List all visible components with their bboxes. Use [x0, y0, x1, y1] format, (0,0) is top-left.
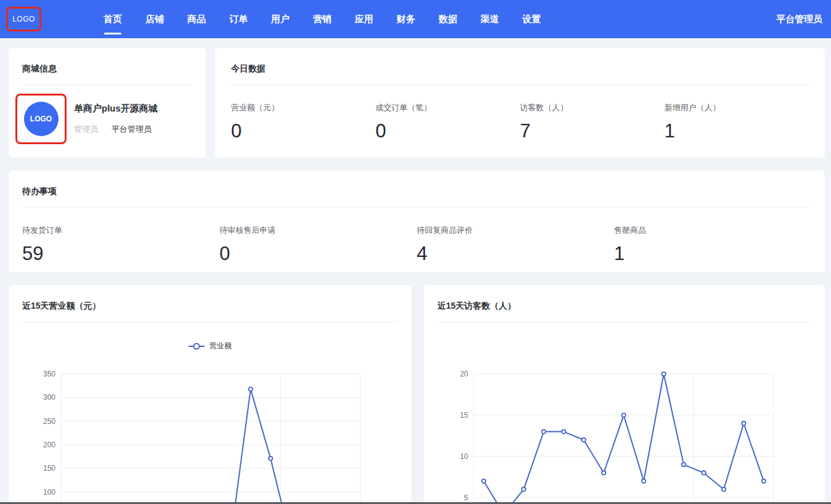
stat-label: 待发货订单: [22, 225, 219, 236]
visitors-line-chart: 20151050: [424, 359, 825, 504]
stat-new-users: 新增用户（人） 1: [665, 102, 809, 142]
revenue-chart-card: 近15天营业额（元） 营业额 350300250200150100500: [9, 285, 411, 504]
shop-info-title: 商城信息: [9, 48, 206, 84]
todo-title: 待办事项: [9, 171, 825, 207]
nav-item-channel[interactable]: 渠道: [480, 0, 499, 38]
nav-item-shop[interactable]: 店铺: [145, 0, 164, 38]
nav-item-marketing[interactable]: 营销: [313, 0, 331, 38]
svg-text:10: 10: [460, 452, 469, 461]
shop-logo-avatar[interactable]: LOGO: [24, 102, 59, 136]
nav-item-goods[interactable]: 商品: [187, 0, 206, 38]
revenue-line-chart: 350300250200150100500: [9, 359, 411, 504]
stat-value: 0: [376, 120, 521, 142]
role-value: 平台管理员: [111, 124, 152, 135]
legend-label: 营业额: [209, 341, 232, 351]
visitors-chart-card: 近15天访客数（人） 20151050: [424, 285, 825, 504]
stat-pending-reviews: 待回复商品评价 4: [417, 225, 614, 265]
stat-sold-out: 售罄商品 1: [614, 225, 811, 265]
stat-value: 0: [231, 120, 376, 142]
nav-item-home[interactable]: 首页: [103, 0, 122, 38]
shop-info-card: 商城信息 LOGO 单商户plus开源商城 管理员 平台管理员: [9, 48, 206, 158]
stat-label: 营业额（元）: [231, 102, 376, 113]
svg-text:100: 100: [43, 488, 55, 497]
nav-item-order[interactable]: 订单: [229, 0, 248, 38]
navbar-logo[interactable]: LOGO: [12, 15, 35, 23]
stat-visitors: 访客数（人） 7: [520, 102, 665, 142]
nav-item-data[interactable]: 数据: [439, 0, 457, 38]
stat-value: 7: [520, 120, 665, 142]
stat-label: 售罄商品: [614, 225, 811, 236]
nav-item-app[interactable]: 应用: [355, 0, 373, 38]
stat-label: 新增用户（人）: [665, 102, 809, 113]
stat-label: 成交订单（笔）: [376, 102, 521, 113]
logo-annotation-box: LOGO: [6, 7, 41, 31]
svg-text:20: 20: [460, 370, 469, 378]
nav-item-user[interactable]: 用户: [271, 0, 290, 38]
stat-pending-shipments: 待发货订单 59: [22, 225, 219, 265]
stat-value: 0: [219, 243, 416, 265]
chart-legend[interactable]: 营业额: [9, 341, 411, 351]
top-navbar: LOGO 首页 店铺 商品 订单 用户 营销 应用 财务 数据 渠道 设置 平台…: [0, 0, 831, 38]
stat-pending-aftersales: 待审核售后申请 0: [219, 225, 416, 265]
stat-label: 待审核售后申请: [219, 225, 416, 236]
line-series-icon: [188, 346, 205, 347]
svg-text:5: 5: [464, 494, 468, 502]
stat-revenue: 营业额（元） 0: [231, 102, 376, 142]
today-data-title: 今日数据: [215, 48, 825, 84]
visitors-chart-title: 近15天访客数（人）: [424, 285, 825, 322]
svg-text:15: 15: [460, 411, 469, 420]
stat-label: 待回复商品评价: [417, 225, 614, 236]
svg-text:250: 250: [43, 417, 55, 426]
avatar-annotation-box: LOGO: [15, 94, 67, 144]
stat-label: 访客数（人）: [520, 102, 665, 113]
stat-orders: 成交订单（笔） 0: [376, 102, 521, 142]
stat-value: 1: [665, 120, 809, 142]
svg-text:350: 350: [43, 370, 55, 378]
dashboard-content: 商城信息 LOGO 单商户plus开源商城 管理员 平台管理员 今日数据: [0, 38, 831, 504]
svg-text:300: 300: [43, 393, 55, 402]
shop-name: 单商户plus开源商城: [74, 103, 158, 115]
stat-value: 4: [417, 243, 614, 265]
divider: [22, 322, 398, 322]
role-label: 管理员: [74, 124, 98, 135]
nav-item-finance[interactable]: 财务: [397, 0, 415, 38]
revenue-chart-title: 近15天营业额（元）: [9, 285, 411, 322]
svg-text:150: 150: [43, 464, 55, 473]
stat-value: 59: [22, 243, 219, 265]
svg-text:200: 200: [43, 441, 55, 449]
today-data-card: 今日数据 营业额（元） 0 成交订单（笔） 0 访客数（人） 7 新增用户（人）…: [215, 48, 825, 158]
stat-value: 1: [614, 243, 811, 265]
todo-card: 待办事项 待发货订单 59 待审核售后申请 0 待回复商品评价 4 售罄商品 1: [9, 171, 825, 272]
navbar-user-admin[interactable]: 平台管理员: [776, 0, 822, 38]
nav-item-settings[interactable]: 设置: [522, 0, 541, 38]
main-nav: 首页 店铺 商品 订单 用户 营销 应用 财务 数据 渠道 设置: [103, 0, 541, 38]
divider: [437, 322, 811, 322]
